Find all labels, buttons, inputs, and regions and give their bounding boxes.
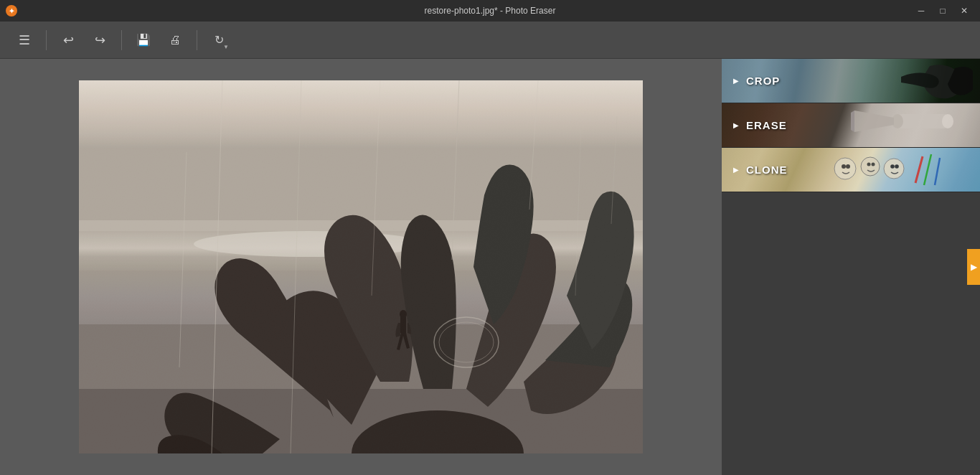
refresh-dropdown-icon: ▼	[223, 44, 229, 50]
refresh-button[interactable]: ↻ ▼	[206, 27, 232, 53]
app-icon: ✦	[6, 5, 17, 17]
svg-point-28	[861, 157, 880, 176]
svg-point-32	[890, 164, 895, 169]
crop-panel: ▶ CROP	[722, 59, 980, 103]
svg-rect-21	[79, 80, 643, 453]
minimize-button[interactable]: ─	[911, 4, 931, 18]
toolbar-separator-1	[46, 30, 47, 50]
undo-button[interactable]: ↩	[55, 27, 81, 53]
print-button[interactable]: 🖨	[162, 27, 188, 53]
svg-point-33	[895, 164, 899, 169]
refresh-icon: ↻	[215, 33, 224, 47]
erase-panel-title: ERASE	[746, 119, 787, 131]
svg-rect-22	[897, 114, 948, 128]
hamburger-icon: ☰	[19, 32, 30, 48]
svg-line-34	[915, 156, 923, 183]
close-button[interactable]: ✕	[954, 4, 974, 18]
toolbar-separator-2	[121, 30, 122, 50]
photo-image	[79, 80, 643, 453]
svg-point-27	[846, 164, 850, 169]
clone-panel-arrow: ▶	[733, 166, 739, 174]
svg-point-26	[842, 164, 846, 169]
collapse-sidebar-button[interactable]: ▶	[967, 249, 980, 285]
undo-icon: ↩	[63, 32, 74, 48]
clone-panel: ▶ CLONE	[722, 148, 980, 192]
maximize-button[interactable]: □	[933, 4, 953, 18]
save-button[interactable]: 💾	[131, 27, 156, 53]
erase-panel-header[interactable]: ▶ ERASE	[722, 103, 980, 147]
collapse-icon: ▶	[971, 262, 977, 272]
svg-point-31	[884, 159, 904, 179]
crop-panel-arrow: ▶	[733, 77, 739, 85]
clone-panel-header[interactable]: ▶ CLONE	[722, 148, 980, 192]
menu-button[interactable]: ☰	[11, 27, 37, 53]
svg-point-24	[942, 114, 953, 128]
photo-canvas	[79, 80, 643, 453]
titlebar-title: restore-photo1.jpg* - Photo Eraser	[425, 6, 556, 16]
svg-point-30	[872, 163, 875, 166]
crop-panel-header[interactable]: ▶ CROP	[722, 59, 980, 103]
right-sidebar: ▶ CROP ▶	[722, 59, 980, 475]
svg-line-36	[935, 158, 940, 185]
save-icon: 💾	[136, 33, 151, 47]
print-icon: 🖨	[169, 34, 181, 47]
crop-panel-title: CROP	[746, 75, 780, 87]
titlebar-left: ✦	[6, 5, 17, 17]
titlebar-controls: ─ □ ✕	[911, 4, 974, 18]
clone-panel-title: CLONE	[746, 164, 788, 176]
canvas-area[interactable]	[0, 59, 722, 475]
svg-point-29	[867, 163, 871, 166]
titlebar: ✦ restore-photo1.jpg* - Photo Eraser ─ □…	[0, 0, 980, 22]
redo-icon: ↪	[95, 32, 105, 48]
toolbar: ☰ ↩ ↪ 💾 🖨 ↻ ▼	[0, 22, 980, 59]
main-layout: ▶ CROP ▶	[0, 59, 980, 475]
redo-button[interactable]: ↪	[87, 27, 113, 53]
svg-point-25	[834, 158, 856, 179]
erase-panel: ▶ ERASE	[722, 103, 980, 148]
svg-line-35	[924, 154, 931, 185]
erase-panel-arrow: ▶	[733, 121, 739, 129]
toolbar-separator-3	[197, 30, 197, 50]
